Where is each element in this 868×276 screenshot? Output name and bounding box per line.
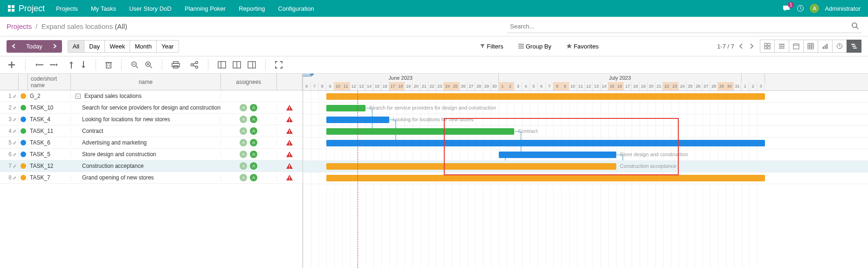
assignee-avatar[interactable]: A — [250, 162, 257, 170]
assignee-avatar[interactable]: A — [240, 104, 247, 111]
range-day[interactable]: Day — [84, 40, 105, 53]
view-kanban-icon[interactable] — [760, 40, 775, 53]
view-pivot-icon[interactable] — [803, 40, 818, 53]
assignee-avatar[interactable]: A — [240, 174, 247, 181]
zoomout-icon[interactable] — [130, 60, 139, 69]
gantt-row[interactable]: Looking for locations for new stores — [303, 114, 868, 126]
collapse-icon[interactable]: − — [76, 94, 81, 99]
table-row[interactable]: 5TASK_6Advertising and marketingAA — [0, 137, 303, 149]
view-activity-icon[interactable] — [832, 40, 847, 53]
edit-icon[interactable] — [13, 129, 17, 133]
gantt-bar[interactable] — [326, 105, 365, 111]
breadcrumb-root[interactable]: Projects — [7, 22, 32, 30]
assignee-avatar[interactable]: A — [240, 162, 247, 170]
col-code[interactable]: code/short name — [28, 74, 71, 90]
nav-link-mytasks[interactable]: My Tasks — [91, 5, 116, 12]
favorites-button[interactable]: Favorites — [562, 41, 603, 52]
col-assignees[interactable]: assignees — [221, 74, 277, 90]
view-graph-icon[interactable] — [818, 40, 833, 53]
view-list-icon[interactable] — [774, 40, 789, 53]
outdent-icon[interactable] — [34, 61, 44, 69]
moveup-icon[interactable] — [68, 60, 75, 69]
assignee-avatar[interactable]: A — [250, 139, 257, 146]
assignee-avatar[interactable]: A — [250, 174, 257, 181]
pager-prev[interactable] — [738, 41, 744, 51]
today-button[interactable]: Today — [21, 40, 48, 53]
assignee-avatar[interactable]: A — [240, 127, 247, 135]
table-row[interactable]: 2TASK_10Search for service providers for… — [0, 102, 303, 114]
gantt-bar[interactable] — [326, 93, 765, 100]
gantt-row[interactable] — [303, 138, 868, 149]
table-row[interactable]: 8TASK_7Grand opening of new storesAA — [0, 172, 303, 184]
range-week[interactable]: Week — [104, 40, 130, 53]
row-assignees: AA — [221, 162, 277, 170]
gantt-bar[interactable] — [499, 152, 616, 158]
indent-icon[interactable] — [49, 61, 59, 69]
activity-icon[interactable] — [797, 5, 804, 12]
view-gantt-icon[interactable] — [847, 40, 861, 53]
range-month[interactable]: Month — [130, 40, 157, 53]
table-row[interactable]: 1G_2−Expand sales locations — [0, 90, 303, 102]
table-row[interactable]: 4TASK_11ContractAA — [0, 125, 303, 137]
gantt-bar[interactable] — [326, 163, 616, 170]
next-button[interactable] — [47, 40, 62, 53]
edit-icon[interactable] — [13, 106, 17, 110]
assignee-avatar[interactable]: A — [240, 151, 247, 158]
user-name[interactable]: Administrator — [825, 5, 861, 12]
brand[interactable]: Project — [7, 4, 45, 14]
prev-button[interactable] — [7, 40, 21, 53]
gantt-bar[interactable] — [326, 128, 514, 135]
gantt-row[interactable]: Search for service providers for design … — [303, 103, 868, 114]
avatar[interactable]: A — [810, 4, 819, 13]
nav-link-config[interactable]: Configuration — [278, 5, 314, 12]
layout3-icon[interactable] — [247, 60, 257, 69]
range-year[interactable]: Year — [156, 40, 179, 53]
nav-link-dod[interactable]: User Story DoD — [129, 5, 172, 12]
nav-link-reporting[interactable]: Reporting — [239, 5, 265, 12]
gantt-row[interactable]: Contract — [303, 126, 868, 138]
fullscreen-icon[interactable] — [274, 60, 283, 69]
groupby-button[interactable]: Group By — [514, 41, 556, 52]
delete-icon[interactable] — [104, 60, 113, 69]
timeline-slider[interactable] — [303, 74, 312, 76]
gantt-bar[interactable] — [326, 140, 765, 146]
assignee-avatar[interactable]: A — [250, 116, 257, 123]
assignee-avatar[interactable]: A — [250, 127, 257, 135]
edit-icon[interactable] — [13, 164, 17, 168]
col-name[interactable]: name — [71, 74, 221, 90]
edit-icon[interactable] — [13, 117, 17, 122]
gantt-row[interactable]: Construction acceptance — [303, 161, 868, 172]
print-icon[interactable] — [171, 60, 181, 69]
messages-icon[interactable]: 1 — [783, 5, 791, 12]
table-row[interactable]: 7TASK_12Construction acceptanceAA — [0, 160, 303, 172]
nav-link-poker[interactable]: Planning Poker — [185, 5, 226, 12]
edit-icon[interactable] — [13, 141, 17, 145]
gantt-row[interactable] — [303, 172, 868, 184]
search-icon[interactable] — [851, 22, 859, 29]
pager-next[interactable] — [748, 41, 755, 51]
movedown-icon[interactable] — [80, 60, 87, 69]
add-icon[interactable] — [7, 60, 17, 70]
filters-button[interactable]: Filters — [475, 41, 508, 52]
assignee-avatar[interactable]: A — [240, 116, 247, 123]
table-row[interactable]: 6TASK_5Store design and constructionAA — [0, 149, 303, 160]
edit-icon[interactable] — [13, 152, 17, 157]
view-calendar-icon[interactable] — [789, 40, 804, 53]
assignee-avatar[interactable]: A — [250, 151, 257, 158]
edit-icon[interactable] — [13, 176, 17, 180]
nav-link-projects[interactable]: Projects — [56, 5, 78, 12]
zoomin-icon[interactable] — [144, 60, 153, 69]
range-all[interactable]: All — [68, 40, 84, 53]
row-assignees: AA — [221, 151, 277, 158]
table-row[interactable]: 3TASK_4Looking for locations for new sto… — [0, 114, 303, 125]
assignee-avatar[interactable]: A — [240, 139, 247, 146]
gantt-bar[interactable] — [326, 175, 765, 181]
layout2-icon[interactable] — [232, 60, 242, 69]
gantt-row[interactable]: Store design and construction — [303, 149, 868, 161]
export-icon[interactable] — [189, 60, 200, 69]
edit-icon[interactable] — [13, 94, 17, 98]
search-input[interactable] — [507, 20, 861, 33]
assignee-avatar[interactable]: A — [250, 104, 257, 111]
gantt-row[interactable] — [303, 91, 868, 103]
layout1-icon[interactable] — [217, 60, 227, 69]
